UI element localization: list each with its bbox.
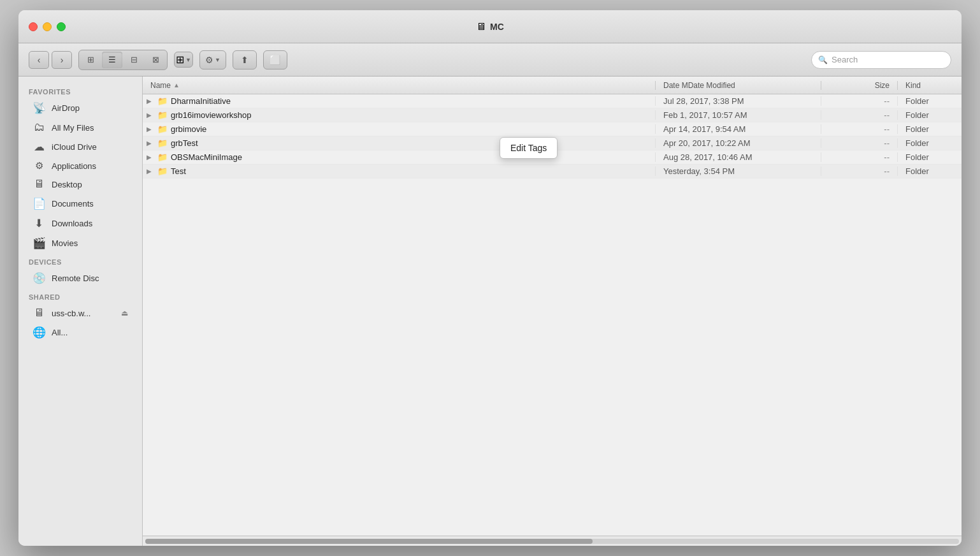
- table-row[interactable]: ▶ 📁 grbimovie Apr 14, 2017, 9:54 AM -- F…: [143, 122, 962, 136]
- col-size-label: Size: [875, 81, 890, 90]
- gear-dropdown-arrow: ▼: [215, 57, 220, 63]
- back-button[interactable]: ‹: [29, 51, 49, 69]
- file-name: DharmaInitiative: [169, 96, 656, 106]
- file-date: Aug 28, 2017, 10:46 AM: [656, 152, 821, 162]
- view-icon-button[interactable]: ⊞: [80, 52, 101, 68]
- sidebar: Favorites 📡 AirDrop 🗂 All My Files ☁ iCl…: [18, 77, 143, 546]
- forward-icon: ›: [61, 55, 64, 65]
- desktop-icon: 🖥: [32, 178, 45, 191]
- grid-dropdown[interactable]: ⊞ ▼: [174, 52, 193, 68]
- file-icon: 📁: [155, 96, 169, 106]
- sidebar-item-airdrop[interactable]: 📡 AirDrop: [22, 98, 138, 118]
- col-size-header[interactable]: Size: [821, 81, 898, 90]
- expand-icon[interactable]: ▶: [143, 112, 155, 119]
- sidebar-favorites-header: Favorites: [18, 83, 142, 98]
- horizontal-scrollbar[interactable]: [143, 536, 962, 546]
- sidebar-item-documents[interactable]: 📄 Documents: [22, 194, 138, 214]
- file-area: Name ▲ Date MDate Modified Size Kind Edi…: [143, 77, 962, 546]
- finder-window: 🖥 MC ‹ › ⊞ ☰ ⊟ ⊠: [18, 10, 962, 546]
- view-list-icon: ☰: [108, 55, 116, 64]
- file-list: ▶ 📁 DharmaInitiative Jul 28, 2017, 3:38 …: [143, 94, 962, 536]
- sidebar-item-all-shared[interactable]: 🌐 All...: [22, 323, 138, 342]
- file-kind: Folder: [898, 96, 962, 106]
- sidebar-devices-header: Devices: [18, 253, 142, 268]
- edit-tags-label: Edit Tags: [510, 143, 547, 153]
- sidebar-item-uss-cbw[interactable]: 🖥 uss-cb.w... ⏏: [22, 304, 138, 323]
- forward-button[interactable]: ›: [52, 51, 72, 69]
- minimize-button[interactable]: [43, 22, 52, 31]
- file-kind: Folder: [898, 138, 962, 148]
- col-kind-label: Kind: [905, 81, 921, 90]
- sidebar-movies-label: Movies: [52, 238, 78, 248]
- sidebar-airdrop-label: AirDrop: [52, 103, 80, 113]
- file-size: --: [821, 166, 898, 176]
- file-icon: 📁: [155, 166, 169, 176]
- airdrop-icon: 📡: [32, 101, 45, 115]
- sidebar-all-my-files-label: All My Files: [52, 123, 94, 133]
- sidebar-item-all-my-files[interactable]: 🗂 All My Files: [22, 118, 138, 137]
- maximize-button[interactable]: [57, 22, 66, 31]
- col-name-header[interactable]: Name ▲: [143, 81, 656, 90]
- file-name: grbTest: [169, 138, 656, 148]
- file-name: Test: [169, 166, 656, 176]
- main-content: Favorites 📡 AirDrop 🗂 All My Files ☁ iCl…: [18, 77, 962, 546]
- view-list-button[interactable]: ☰: [102, 52, 122, 68]
- file-name: grbimovie: [169, 124, 656, 134]
- expand-icon[interactable]: ▶: [143, 168, 155, 175]
- expand-icon[interactable]: ▶: [143, 126, 155, 133]
- back-icon: ‹: [38, 55, 41, 65]
- sidebar-item-remote-disc[interactable]: 💿 Remote Disc: [22, 268, 138, 288]
- col-name-label: Name: [150, 81, 171, 90]
- col-kind-header[interactable]: Kind: [898, 81, 962, 90]
- view-toggle-group: ⊞ ☰ ⊟ ⊠: [78, 50, 168, 70]
- share-button[interactable]: ⬆: [233, 50, 257, 70]
- tag-icon: ⬜: [270, 55, 280, 65]
- scrollbar-track: [145, 539, 959, 544]
- sidebar-uss-cbw-label: uss-cb.w...: [52, 309, 90, 318]
- expand-icon[interactable]: ▶: [143, 140, 155, 147]
- sidebar-downloads-label: Downloads: [52, 219, 92, 228]
- remote-disc-icon: 💿: [32, 272, 45, 285]
- view-columns-button[interactable]: ⊟: [124, 52, 144, 68]
- gear-button[interactable]: ⚙ ▼: [199, 50, 226, 70]
- grid-icon: ⊞: [176, 54, 184, 66]
- edit-tags-popup[interactable]: Edit Tags: [500, 137, 558, 159]
- tag-button[interactable]: ⬜: [263, 50, 287, 70]
- view-icon-icon: ⊞: [87, 55, 94, 64]
- sidebar-item-desktop[interactable]: 🖥 Desktop: [22, 175, 138, 194]
- sidebar-item-applications[interactable]: ⚙ Applications: [22, 157, 138, 175]
- file-kind: Folder: [898, 166, 962, 176]
- table-row[interactable]: ▶ 📁 DharmaInitiative Jul 28, 2017, 3:38 …: [143, 94, 962, 108]
- table-row[interactable]: ▶ 📁 Test Yesterday, 3:54 PM -- Folder: [143, 165, 962, 179]
- sidebar-item-downloads[interactable]: ⬇ Downloads: [22, 214, 138, 233]
- table-row[interactable]: ▶ 📁 grb16imovieworkshop Feb 1, 2017, 10:…: [143, 108, 962, 122]
- toolbar: ‹ › ⊞ ☰ ⊟ ⊠ ⊞ ▼ ⚙ ▼: [18, 43, 962, 77]
- view-gallery-button[interactable]: ⊠: [145, 52, 166, 68]
- expand-icon[interactable]: ▶: [143, 154, 155, 161]
- file-date: Feb 1, 2017, 10:57 AM: [656, 110, 821, 120]
- file-date: Jul 28, 2017, 3:38 PM: [656, 96, 821, 106]
- col-modified-label: Date MDate Modified: [663, 81, 735, 90]
- expand-icon[interactable]: ▶: [143, 98, 155, 105]
- sidebar-desktop-label: Desktop: [52, 180, 82, 189]
- gear-icon: ⚙: [205, 55, 213, 65]
- file-icon: 📁: [155, 110, 169, 120]
- close-button[interactable]: [29, 22, 38, 31]
- sidebar-documents-label: Documents: [52, 199, 94, 208]
- sidebar-remote-disc-label: Remote Disc: [52, 274, 99, 283]
- col-modified-header[interactable]: Date MDate Modified: [656, 81, 821, 90]
- sidebar-item-movies[interactable]: 🎬 Movies: [22, 233, 138, 253]
- search-box[interactable]: 🔍 Search: [811, 51, 951, 69]
- eject-icon[interactable]: ⏏: [121, 309, 128, 318]
- file-date: Yesterday, 3:54 PM: [656, 166, 821, 176]
- nav-buttons: ‹ ›: [29, 51, 72, 69]
- scrollbar-thumb[interactable]: [145, 539, 593, 544]
- uss-cbw-icon: 🖥: [32, 307, 45, 319]
- view-gallery-icon: ⊠: [152, 55, 159, 64]
- file-date: Apr 14, 2017, 9:54 AM: [656, 124, 821, 134]
- sidebar-item-icloud-drive[interactable]: ☁ iCloud Drive: [22, 137, 138, 157]
- sidebar-icloud-drive-label: iCloud Drive: [52, 142, 97, 152]
- file-date: Apr 20, 2017, 10:22 AM: [656, 138, 821, 148]
- search-icon: 🔍: [818, 55, 828, 64]
- file-icon: 📁: [155, 152, 169, 162]
